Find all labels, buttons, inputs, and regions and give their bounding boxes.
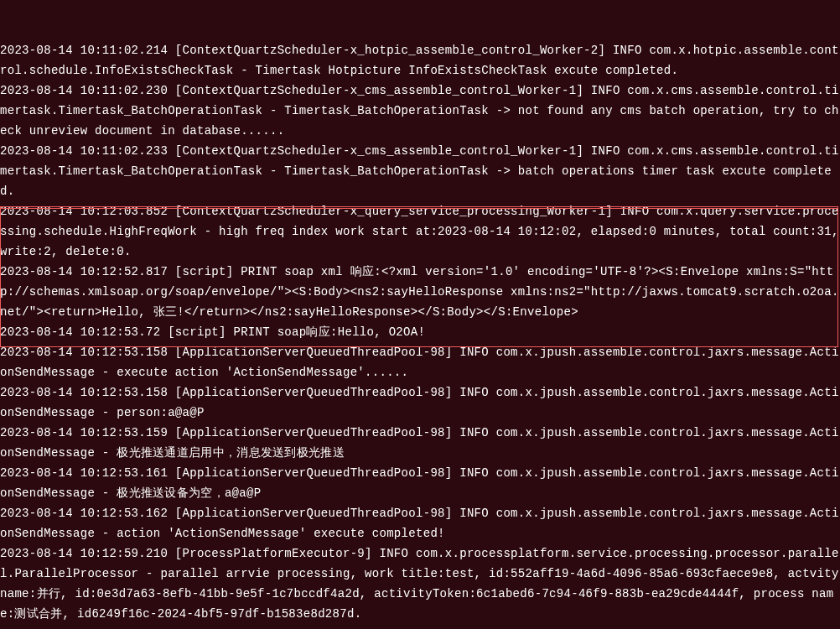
- log-text: 2023-08-14 10:11:02.214 [ContextQuartzSc…: [0, 40, 840, 624]
- terminal-log-output[interactable]: 2023-08-14 10:11:02.214 [ContextQuartzSc…: [0, 0, 840, 629]
